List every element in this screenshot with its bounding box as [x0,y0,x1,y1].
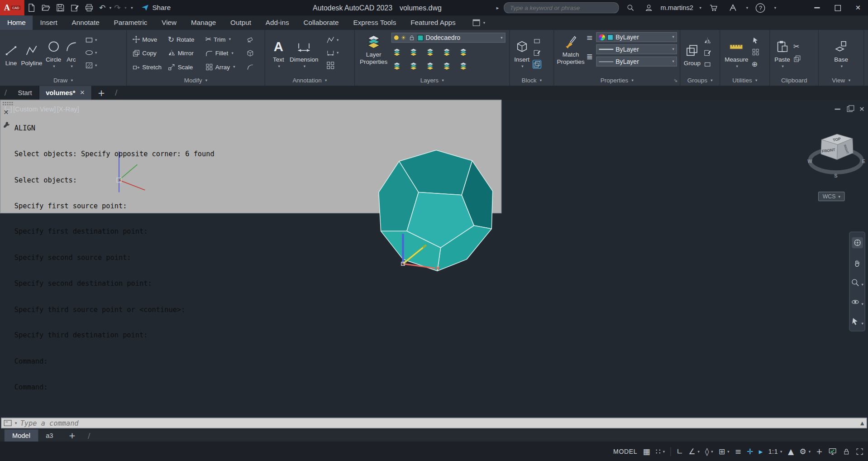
app-menu-caret-icon[interactable]: ▾ [746,5,748,10]
polar-tracking-icon[interactable]: ∠▾ [688,447,700,456]
insert-button[interactable]: Insert▾ [514,35,529,70]
save-as-icon[interactable] [70,3,79,12]
dimension-style-tool-icon[interactable]: ▾ [326,48,339,57]
lineweight-combo[interactable]: ByLayer ▾ [596,44,677,54]
panel-title-view[interactable]: View▾ [819,75,863,86]
polyline-button[interactable]: Polyline [21,38,42,66]
group-button[interactable]: Group [684,38,701,66]
measure-button[interactable]: Measure▾ [725,35,748,70]
edit-block-tool-icon[interactable] [533,48,540,56]
layer-properties-button[interactable]: Layer Properties [358,30,389,65]
arc-caret-icon[interactable]: ▾ [71,63,72,70]
group-edit-tool-icon[interactable] [703,48,711,56]
match-layer-tool-icon[interactable] [459,62,468,71]
id-point-tool-icon[interactable]: ⊕ [752,60,759,68]
panel-title-modify[interactable]: Modify▾ [127,75,265,86]
dynamic-input-icon[interactable]: ✛ [747,447,753,456]
selection-cycling-icon[interactable]: ▸ [759,447,763,456]
hardware-acceleration-icon[interactable] [828,447,837,456]
properties-table-tool-icon[interactable]: ≣ [586,52,592,61]
search-expand-icon[interactable]: ▸ [496,5,499,10]
copy-button[interactable]: Copy [132,49,167,57]
explode-tool-icon[interactable] [246,49,258,57]
block-attributes-tool-icon[interactable] [533,60,540,68]
file-tab-close-icon[interactable]: ✕ [80,89,85,96]
model-tab[interactable]: Model [5,429,38,442]
redo-icon[interactable]: ↷ [114,3,120,12]
panel-title-draw[interactable]: Draw▾ [0,75,126,86]
trim-button[interactable]: ✂Trim▾ [205,35,247,43]
maximize-button[interactable] [830,0,845,15]
recent-commands-caret-icon[interactable]: ▾ [15,421,17,425]
redo-caret-icon[interactable]: ▾ [124,5,126,10]
snap-toggle-icon[interactable]: ∷▾ [656,447,665,456]
rectangle-tool-icon[interactable]: ▾ [85,35,97,44]
panel-title-properties[interactable]: Properties▾ ⇘ [554,75,680,86]
command-input-row[interactable]: ▾ ▲ [1,418,867,428]
layer-unlock-tool-icon[interactable] [442,62,451,71]
rotate-button[interactable]: ↻Rotate [168,34,205,43]
command-close-icon[interactable]: ✕ [3,109,9,116]
undo-caret-icon[interactable]: ▾ [110,5,111,10]
leader-tool-icon[interactable]: ▾ [326,35,339,44]
open-file-icon[interactable] [42,3,51,12]
copy-clip-tool-icon[interactable] [793,55,801,62]
model-space-toggle[interactable]: MODEL [613,448,637,455]
lineweight-combo-caret-icon[interactable]: ▾ [672,47,674,52]
base-button[interactable]: Base▾ [834,35,848,70]
share-icon[interactable] [141,3,150,12]
minimize-button[interactable] [809,0,825,15]
layer-combo[interactable]: ☀ Dodecaedro ▾ [391,33,506,43]
paste-button[interactable]: Paste▾ [774,35,790,70]
panel-title-block[interactable]: Block▾ [510,75,554,86]
base-caret-icon[interactable]: ▾ [841,63,843,70]
quick-select-tool-icon[interactable] [752,37,759,44]
paste-caret-icon[interactable]: ▾ [782,63,784,70]
customization-icon[interactable]: + [816,447,822,456]
circle-caret-icon[interactable]: ▾ [53,63,55,70]
quick-calc-tool-icon[interactable] [752,48,759,56]
quick-access-customize-icon[interactable]: ▾ [131,5,133,10]
layer-freeze-tool-icon[interactable] [426,48,435,57]
tab-add-ins[interactable]: Add-ins [258,15,296,30]
layer-off-tool-icon[interactable] [392,48,401,57]
undo-icon[interactable]: ↶ [99,3,105,12]
isolate-objects-icon[interactable] [843,447,850,455]
tab-insert[interactable]: Insert [33,15,65,30]
measure-caret-icon[interactable]: ▾ [736,63,738,70]
make-current-tool-icon[interactable] [459,48,468,57]
cart-icon[interactable] [709,3,718,12]
fillet-button[interactable]: Fillet▾ [205,49,247,57]
dimension-button[interactable]: Dimension▾ [290,35,319,70]
panel-title-groups[interactable]: Groups▾ [680,75,720,86]
isodraft-icon[interactable]: ◊▾ [705,447,713,456]
tab-view[interactable]: View [154,15,184,30]
cut-tool-icon[interactable]: ✂ [793,42,801,50]
help-caret-icon[interactable]: ▾ [774,5,776,10]
save-icon[interactable] [56,3,65,12]
lengthen-tool-icon[interactable] [246,63,258,71]
linetype-combo-caret-icon[interactable]: ▾ [672,59,674,64]
array-button[interactable]: Array▾ [205,63,247,71]
tab-collaborate[interactable]: Collaborate [296,15,346,30]
layout-tab-a3[interactable]: a3 [38,429,61,442]
layer-isolate-tool-icon[interactable] [409,48,418,57]
close-button[interactable]: ✕ [850,0,866,15]
properties-list-tool-icon[interactable]: ≡ [586,33,592,42]
clean-screen-icon[interactable] [856,447,863,455]
file-tab-volumes[interactable]: volumes* ✕ [39,86,92,100]
mirror-button[interactable]: Mirror [168,49,205,57]
dimension-caret-icon[interactable]: ▾ [304,63,305,70]
line-button[interactable]: Line [5,38,18,66]
command-scroll-up-icon[interactable]: ▲ [860,420,864,426]
workspace-switching-icon[interactable]: ⚙▾ [800,447,811,456]
move-button[interactable]: Move [132,35,167,43]
layer-thaw-tool-icon[interactable] [426,62,435,71]
tab-manage[interactable]: Manage [184,15,223,30]
tab-output[interactable]: Output [223,15,258,30]
drawing-area[interactable]: [−] [Custom View] [X-Ray] ✕ [0,100,868,429]
arc-button[interactable]: Arc▾ [65,35,78,70]
grid-toggle-icon[interactable]: ▦ [643,447,650,456]
tab-annotate[interactable]: Annotate [65,15,107,30]
properties-dialog-launcher-icon[interactable]: ⇘ [673,77,677,83]
